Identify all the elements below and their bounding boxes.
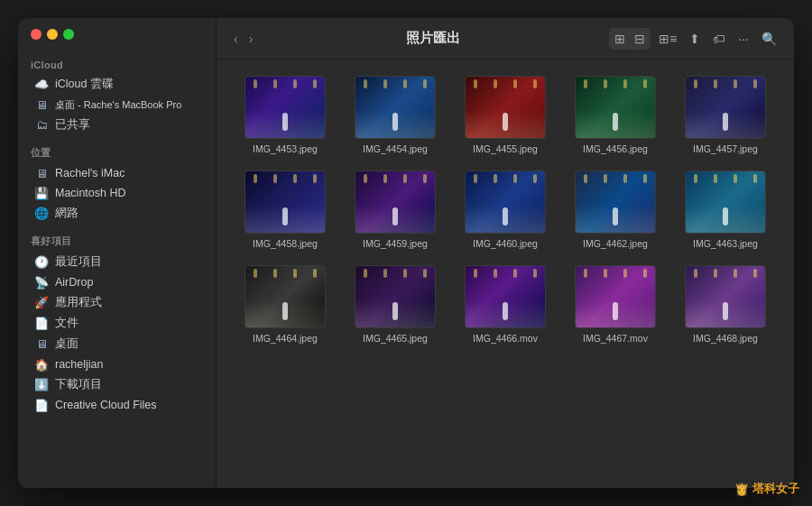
home-icon: 🏠 <box>34 357 49 372</box>
watermark: 👸 塔科女子 <box>734 481 794 488</box>
sidebar-item-label: Creative Cloud Files <box>55 399 157 411</box>
downloads-icon: ⬇️ <box>34 378 49 392</box>
file-name: IMG_4456.jpeg <box>583 143 648 154</box>
file-item[interactable]: IMG_4464.jpeg <box>235 265 336 344</box>
sidebar-item-recents[interactable]: 🕐 最近項目 <box>22 252 212 272</box>
file-name: IMG_4465.jpeg <box>363 333 428 344</box>
sidebar-item-desktop-macbook[interactable]: 🖥 桌面 - Rache's MacBook Pro <box>22 95 212 115</box>
nav-buttons: ‹ › <box>229 29 257 49</box>
file-item[interactable]: IMG_4453.jpeg <box>235 76 336 154</box>
sidebar-item-label: 已共享 <box>55 117 90 133</box>
sidebar-item-label: Rachel's iMac <box>55 167 125 179</box>
sidebar-item-label: racheljian <box>55 358 104 371</box>
sidebar: iCloud ☁️ iCloud 雲碟 🖥 桌面 - Rache's MacBo… <box>18 18 217 488</box>
desktop-icon: 🖥 <box>34 97 49 112</box>
toolbar: ‹ › 照片匯出 ⊞ ⊟ ⊞≡ ⬆ 🏷 ··· 🔍 <box>217 18 794 60</box>
minimize-button[interactable] <box>47 29 58 40</box>
back-button[interactable]: ‹ <box>229 29 243 49</box>
sidebar-item-label: 桌面 <box>55 336 78 352</box>
tag-button[interactable]: 🏷 <box>708 29 730 49</box>
sidebar-item-icloud-drive[interactable]: ☁️ iCloud 雲碟 <box>22 74 212 95</box>
sidebar-item-label: 應用程式 <box>55 295 102 310</box>
file-grid: IMG_4453.jpegIMG_4454.jpegIMG_4455.jpegI… <box>235 76 776 344</box>
file-item[interactable]: IMG_4459.jpeg <box>345 170 446 249</box>
file-item[interactable]: IMG_4455.jpeg <box>455 76 556 154</box>
file-item[interactable]: IMG_4465.jpeg <box>345 265 446 344</box>
file-item[interactable]: IMG_4467.mov <box>565 265 666 344</box>
file-item[interactable]: IMG_4468.jpeg <box>675 265 776 344</box>
sidebar-item-label: 文件 <box>55 316 78 331</box>
sidebar-item-racheljian[interactable]: 🏠 racheljian <box>22 354 212 374</box>
watermark-icon: 👸 <box>734 483 749 489</box>
sidebar-item-label: Macintosh HD <box>55 187 126 199</box>
file-item[interactable]: IMG_4458.jpeg <box>235 170 336 249</box>
file-name: IMG_4468.jpeg <box>693 333 758 344</box>
search-button[interactable]: 🔍 <box>757 29 781 49</box>
group-by-button[interactable]: ⊞≡ <box>654 29 681 49</box>
file-name: IMG_4463.jpeg <box>693 238 758 249</box>
sidebar-item-label: 下載項目 <box>55 377 102 392</box>
harddrive-icon: 💾 <box>34 186 49 200</box>
creative-cloud-icon: 📄 <box>34 398 49 412</box>
file-name: IMG_4457.jpeg <box>693 143 758 154</box>
sidebar-item-documents[interactable]: 📄 文件 <box>22 313 212 334</box>
file-item[interactable]: IMG_4463.jpeg <box>675 170 776 249</box>
applications-icon: 🚀 <box>34 296 49 310</box>
list-view-button[interactable]: ⊟ <box>630 29 650 49</box>
file-name: IMG_4462.jpeg <box>583 238 648 249</box>
forward-button[interactable]: › <box>245 29 258 49</box>
sidebar-item-rachels-imac[interactable]: 🖥 Rachel's iMac <box>22 163 212 183</box>
locations-section-label: 位置 <box>18 144 216 163</box>
grid-view-button[interactable]: ⊞ <box>610 29 630 49</box>
file-name: IMG_4467.mov <box>583 333 648 344</box>
share-button[interactable]: ⬆ <box>685 29 705 49</box>
content-area: IMG_4453.jpegIMG_4454.jpegIMG_4455.jpegI… <box>217 60 794 488</box>
file-item[interactable]: IMG_4466.mov <box>455 265 556 344</box>
main-content: ‹ › 照片匯出 ⊞ ⊟ ⊞≡ ⬆ 🏷 ··· 🔍 IMG_4453.jpegI… <box>217 18 794 488</box>
file-name: IMG_4459.jpeg <box>363 238 428 249</box>
file-name: IMG_4455.jpeg <box>473 143 538 154</box>
icloud-section: iCloud ☁️ iCloud 雲碟 🖥 桌面 - Rache's MacBo… <box>18 52 216 139</box>
sidebar-item-label: 網路 <box>55 206 78 221</box>
sidebar-item-label: 最近項目 <box>55 254 102 270</box>
shared-icon: 🗂 <box>34 118 49 133</box>
file-item[interactable]: IMG_4457.jpeg <box>675 76 776 154</box>
icloud-section-label: iCloud <box>18 58 216 74</box>
sidebar-item-network[interactable]: 🌐 網路 <box>22 203 212 224</box>
favorites-section: 喜好項目 🕐 最近項目 📡 AirDrop 🚀 應用程式 📄 文件 🖥 桌面 <box>18 227 216 419</box>
file-item[interactable]: IMG_4462.jpeg <box>565 170 666 249</box>
file-name: IMG_4460.jpeg <box>473 238 538 249</box>
view-toggle: ⊞ ⊟ <box>609 28 651 50</box>
traffic-lights <box>18 29 216 52</box>
sidebar-item-applications[interactable]: 🚀 應用程式 <box>22 292 212 313</box>
sidebar-item-macintosh-hd[interactable]: 💾 Macintosh HD <box>22 183 212 203</box>
folder-title: 照片匯出 <box>264 30 602 47</box>
document-icon: 📄 <box>34 317 49 331</box>
file-name: IMG_4453.jpeg <box>253 143 318 154</box>
sidebar-item-desktop[interactable]: 🖥 桌面 <box>22 334 212 354</box>
more-button[interactable]: ··· <box>734 29 753 49</box>
watermark-text: 塔科女子 <box>752 481 794 488</box>
toolbar-actions: ⊞ ⊟ ⊞≡ ⬆ 🏷 ··· 🔍 <box>609 28 781 50</box>
monitor-icon: 🖥 <box>34 166 49 180</box>
file-item[interactable]: IMG_4460.jpeg <box>455 170 556 249</box>
favorites-section-label: 喜好項目 <box>18 233 216 252</box>
file-name: IMG_4458.jpeg <box>253 238 318 249</box>
sidebar-item-shared[interactable]: 🗂 已共享 <box>22 115 212 135</box>
finder-window: iCloud ☁️ iCloud 雲碟 🖥 桌面 - Rache's MacBo… <box>18 18 794 488</box>
file-item[interactable]: IMG_4454.jpeg <box>345 76 446 154</box>
sidebar-item-label: iCloud 雲碟 <box>55 77 114 92</box>
close-button[interactable] <box>31 29 42 40</box>
file-item[interactable]: IMG_4456.jpeg <box>565 76 666 154</box>
sidebar-item-label: AirDrop <box>55 276 93 289</box>
sidebar-item-airdrop[interactable]: 📡 AirDrop <box>22 272 212 292</box>
sidebar-item-downloads[interactable]: ⬇️ 下載項目 <box>22 374 212 395</box>
network-icon: 🌐 <box>34 207 49 221</box>
file-name: IMG_4464.jpeg <box>253 333 318 344</box>
airdrop-icon: 📡 <box>34 275 49 290</box>
sidebar-item-label: 桌面 - Rache's MacBook Pro <box>55 98 181 112</box>
maximize-button[interactable] <box>63 29 74 40</box>
sidebar-item-creative-cloud[interactable]: 📄 Creative Cloud Files <box>22 395 212 415</box>
cloud-icon: ☁️ <box>34 78 49 92</box>
desktop-fav-icon: 🖥 <box>34 337 49 352</box>
